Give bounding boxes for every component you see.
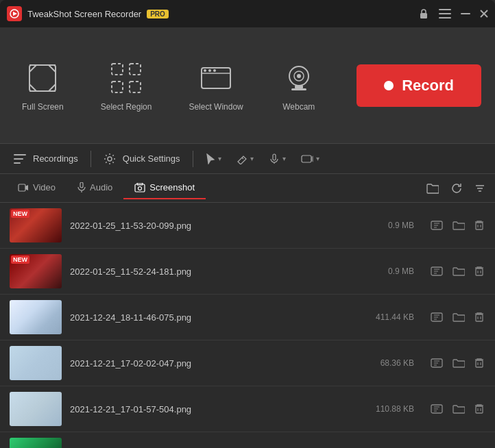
delete-button[interactable]: [473, 219, 485, 232]
lock-button[interactable]: [418, 8, 429, 19]
full-screen-tool[interactable]: Full Screen: [14, 53, 72, 119]
svg-rect-12: [130, 64, 141, 75]
svg-rect-50: [476, 314, 483, 321]
tab-screenshot[interactable]: Screenshot: [123, 177, 206, 199]
file-name: 2021-12-21_17-02-02-047.png: [70, 358, 351, 369]
recordings-nav[interactable]: Recordings: [8, 151, 84, 166]
quick-settings-label: Quick Settings: [123, 153, 180, 164]
cursor-nav[interactable]: ▾: [200, 151, 227, 167]
tab-video[interactable]: Video: [7, 177, 67, 199]
tab-screenshot-label: Screenshot: [149, 182, 195, 192]
title-bar-controls: [418, 8, 488, 19]
select-region-label: Select Region: [101, 102, 152, 112]
tab-audio[interactable]: Audio: [67, 177, 123, 200]
view-button[interactable]: [429, 311, 444, 323]
svg-rect-13: [130, 82, 141, 92]
open-folder-btn[interactable]: [424, 180, 442, 197]
svg-rect-11: [112, 82, 123, 92]
app-icon: [7, 6, 22, 21]
open-folder-button[interactable]: [451, 265, 466, 277]
open-folder-button[interactable]: [451, 219, 466, 232]
full-screen-icon: [24, 60, 61, 97]
file-name: 2022-01-25_11-52-24-181.png: [70, 266, 351, 277]
cursor-dropdown-icon: ▾: [218, 155, 221, 162]
open-folder-button[interactable]: [451, 311, 466, 323]
delete-button[interactable]: [473, 264, 485, 278]
svg-point-17: [208, 69, 211, 72]
view-button[interactable]: [429, 265, 444, 277]
svg-rect-25: [14, 158, 23, 160]
select-region-tool[interactable]: Select Region: [93, 53, 160, 119]
tab-audio-label: Audio: [90, 182, 112, 192]
nav-separator-2: [193, 151, 193, 167]
file-row[interactable]: 2021-12-24_18-11-46-075.png 411.44 KB: [0, 295, 495, 340]
sort-btn[interactable]: [472, 180, 488, 197]
svg-point-37: [138, 186, 142, 190]
file-row[interactable]: 2021-12-21_17-02-02-047.png 68.36 KB: [0, 340, 495, 386]
file-actions: [429, 219, 485, 232]
view-button[interactable]: [429, 357, 444, 369]
hamburger-button[interactable]: [439, 9, 451, 18]
file-thumbnail: [10, 392, 62, 426]
svg-rect-58: [476, 406, 483, 413]
file-name: 2021-12-24_18-11-46-075.png: [70, 312, 351, 323]
full-screen-label: Full Screen: [22, 102, 64, 112]
file-actions: [429, 402, 485, 416]
record-dot: [384, 81, 394, 90]
open-folder-button[interactable]: [451, 403, 466, 415]
svg-rect-31: [302, 155, 311, 162]
svg-point-18: [213, 69, 216, 72]
svg-rect-33: [80, 182, 83, 188]
audio-nav[interactable]: ▾: [263, 151, 291, 167]
webcam-tool[interactable]: Webcam: [272, 53, 326, 119]
camera-dropdown-icon: ▾: [316, 155, 319, 162]
svg-marker-1: [13, 12, 17, 16]
svg-rect-32: [19, 184, 25, 191]
pro-badge: PRO: [147, 10, 169, 18]
record-button[interactable]: Record: [357, 64, 481, 107]
svg-line-28: [242, 158, 243, 159]
file-row[interactable]: 2021-12-21_17-01-57-504.png 110.88 KB: [0, 386, 495, 432]
svg-rect-24: [14, 154, 26, 155]
file-row[interactable]: 2021-11-12_15-38-59-382.png 1.37 MB: [0, 432, 495, 448]
delete-button[interactable]: [473, 310, 485, 324]
svg-point-21: [297, 74, 301, 78]
nav-separator-1: [90, 151, 91, 167]
file-row[interactable]: NEW 2022-01-25_11-52-24-181.png 0.9 MB: [0, 249, 495, 295]
tab-video-label: Video: [33, 182, 56, 192]
audio-dropdown-icon: ▾: [282, 155, 286, 162]
select-window-icon: [197, 60, 234, 97]
annotation-nav[interactable]: ▾: [231, 151, 259, 167]
select-window-tool[interactable]: Select Window: [180, 53, 251, 119]
recordings-label: Recordings: [33, 153, 78, 164]
webcam-label: Webcam: [282, 102, 315, 112]
svg-rect-46: [476, 269, 483, 275]
svg-rect-35: [135, 184, 145, 192]
file-row[interactable]: NEW 2022-01-25_11-53-20-099.png 0.9 MB: [0, 203, 495, 249]
tab-bar-actions: [424, 180, 488, 197]
quick-settings-nav[interactable]: Quick Settings: [98, 150, 186, 168]
select-window-label: Select Window: [189, 102, 243, 112]
delete-button[interactable]: [473, 356, 485, 370]
open-folder-button[interactable]: [451, 357, 466, 369]
file-size: 0.9 MB: [359, 266, 414, 276]
audio-tab-icon: [77, 182, 86, 193]
delete-button[interactable]: [473, 402, 485, 416]
svg-rect-26: [14, 162, 21, 164]
close-button[interactable]: [480, 10, 488, 18]
svg-rect-2: [420, 13, 427, 18]
title-bar: TweakShot Screen Recorder PRO: [0, 0, 495, 27]
app-title: TweakShot Screen Recorder: [27, 9, 141, 19]
file-size: 68.36 KB: [359, 358, 414, 368]
select-region-icon: [108, 60, 145, 97]
file-size: 110.88 KB: [359, 404, 414, 414]
view-button[interactable]: [429, 219, 444, 232]
camera-nav[interactable]: ▾: [295, 151, 325, 166]
refresh-btn[interactable]: [448, 180, 465, 197]
view-button[interactable]: [429, 403, 444, 415]
video-tab-icon: [18, 184, 29, 192]
minimize-button[interactable]: [461, 13, 470, 14]
file-size: 411.44 KB: [359, 312, 414, 322]
svg-rect-5: [439, 17, 451, 18]
svg-rect-10: [112, 64, 123, 75]
